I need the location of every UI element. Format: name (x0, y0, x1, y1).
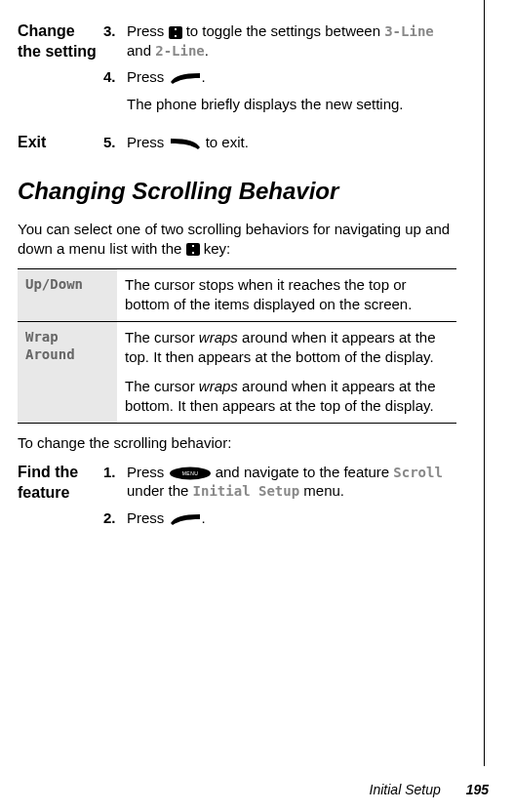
text: Press (127, 68, 169, 85)
text: to exit. (202, 134, 249, 150)
text: Press (127, 134, 169, 150)
step-change-setting: Change the setting 3. Press to toggle th… (18, 21, 456, 121)
step-text: Press to toggle the settings between 3-L… (127, 21, 456, 60)
text: The cursor stops when it reaches the top… (125, 276, 412, 312)
step-text: Press . (127, 67, 456, 87)
text: Press (127, 22, 169, 39)
italic-text: wraps (199, 378, 238, 394)
text: menu. (299, 482, 344, 499)
text: The cursor (125, 329, 199, 345)
text: Press (127, 464, 169, 480)
step-exit: Exit 5. Press to exit. (18, 133, 456, 160)
mono-text: Scroll (393, 465, 443, 480)
text: under the (127, 482, 193, 499)
step-text: Press MENU and navigate to the feature S… (127, 463, 456, 501)
option-desc: The cursor wraps around when it appears … (117, 321, 456, 423)
lead-paragraph: To change the scrolling behavior: (18, 433, 456, 453)
select-key-icon (169, 72, 202, 84)
step-number: 3. (103, 21, 127, 60)
option-name: Up/Down (18, 269, 117, 322)
text: and navigate to the feature (212, 464, 394, 480)
text: to toggle the settings between (182, 22, 385, 39)
options-table: Up/Down The cursor stops when it reaches… (18, 268, 456, 424)
text: The cursor (125, 378, 199, 394)
step-label: Change the setting (18, 21, 103, 121)
select-key-icon (169, 513, 202, 525)
menu-key-icon: MENU (169, 467, 212, 480)
step-find-feature: Find the feature 1. Press MENU and navig… (18, 463, 456, 536)
section-heading: Changing Scrolling Behavior (18, 176, 456, 206)
text: You can select one of two scrolling beha… (18, 221, 450, 257)
step-label: Find the feature (18, 463, 103, 536)
step-number: 5. (103, 133, 127, 152)
footer-section: Initial Setup (370, 782, 441, 797)
footer-page-number: 195 (466, 782, 489, 797)
back-key-icon (169, 138, 202, 149)
mono-text: 2-Line (155, 43, 205, 59)
nav-key-icon (169, 26, 182, 39)
step-number: 1. (103, 463, 127, 501)
text: key: (200, 240, 231, 257)
text: . (202, 68, 206, 85)
text: Press (127, 509, 169, 526)
step-number: 4. (103, 67, 127, 87)
text: and (127, 42, 155, 59)
mono-text: Initial Setup (193, 483, 300, 499)
option-name: Wrap Around (18, 321, 117, 423)
intro-paragraph: You can select one of two scrolling beha… (18, 220, 456, 260)
table-row: Wrap Around The cursor wraps around when… (18, 321, 456, 423)
table-row: Up/Down The cursor stops when it reaches… (18, 269, 456, 322)
nav-key-icon (186, 243, 200, 256)
svg-text:MENU: MENU (181, 470, 198, 476)
italic-text: wraps (199, 329, 238, 345)
text: . (202, 509, 206, 526)
page-footer: Initial Setup 195 (370, 781, 489, 798)
step-label: Exit (18, 133, 103, 160)
step-extra-text: The phone briefly displays the new setti… (127, 95, 456, 114)
step-number: 2. (103, 508, 127, 528)
text: . (205, 42, 209, 59)
step-text: Press . (127, 508, 456, 528)
step-text: Press to exit. (127, 133, 456, 152)
mono-text: 3-Line (384, 23, 434, 39)
option-desc: The cursor stops when it reaches the top… (117, 269, 456, 322)
